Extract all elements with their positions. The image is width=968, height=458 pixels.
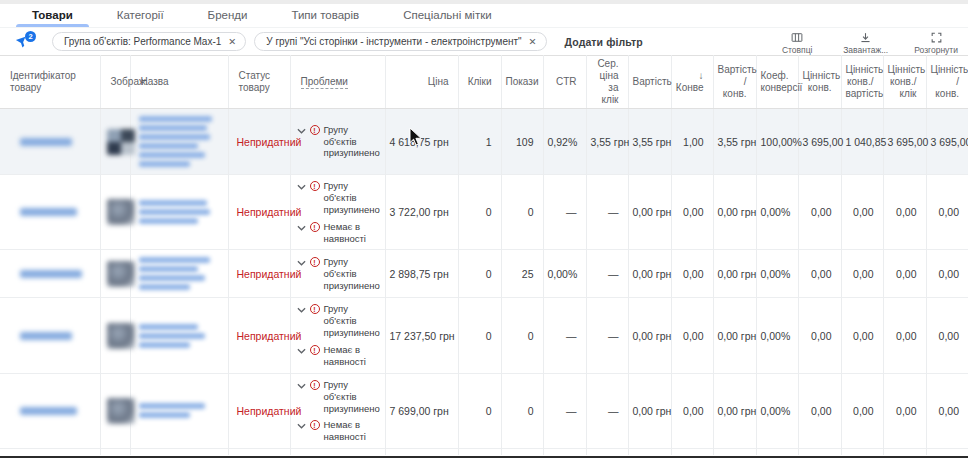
column-header-14[interactable]: Цінність конв. <box>798 56 841 109</box>
column-header-7[interactable]: Покази <box>501 56 543 109</box>
column-header-16[interactable]: Цінність конв./ клік <box>883 56 926 109</box>
chevron-down-icon[interactable] <box>297 379 306 391</box>
tab-brands[interactable]: Бренди <box>186 5 270 27</box>
product-id-link-blurred[interactable] <box>20 332 72 340</box>
product-image-thumbnail[interactable] <box>107 398 135 424</box>
error-icon: ! <box>310 181 320 191</box>
product-id-link-blurred[interactable] <box>20 407 77 415</box>
column-header-2[interactable]: Назва <box>130 56 228 109</box>
filter-chip-listing-group[interactable]: У групі "Усі сторінки - інструменти - ел… <box>254 32 546 51</box>
chevron-down-icon[interactable] <box>297 344 306 356</box>
column-header-6[interactable]: Кліки <box>458 56 501 109</box>
cell-conv-value: 0,00 <box>798 298 841 373</box>
chevron-down-icon[interactable] <box>297 454 306 455</box>
product-status: Непридатний <box>228 109 290 175</box>
cell-price: 7 699,00 грн <box>385 373 458 448</box>
table-header-row: Ідентифікатор товаруЗображ.НазваСтатус т… <box>0 56 968 109</box>
download-button[interactable]: Завантаж... <box>843 31 888 55</box>
column-header-4[interactable]: Проблеми <box>290 56 385 109</box>
chevron-down-icon[interactable] <box>297 124 306 136</box>
product-image-thumbnail[interactable] <box>107 129 135 155</box>
problem-item[interactable]: !Немає в наявності <box>297 419 381 443</box>
product-name-link-blurred[interactable] <box>135 195 224 229</box>
problem-item[interactable]: !Немає в наявності <box>297 344 381 368</box>
cell-conv-value: 0,00 <box>798 175 841 250</box>
chevron-down-icon[interactable] <box>297 180 306 192</box>
cell-avg-cpc: — <box>586 175 628 250</box>
product-name-link-blurred[interactable] <box>135 319 224 353</box>
expand-button[interactable]: Розгорнути <box>914 31 958 55</box>
cell-conv-value-per-click: 0,00 <box>883 449 926 455</box>
chevron-down-icon[interactable] <box>297 256 306 268</box>
product-image-thumbnail[interactable] <box>107 199 135 225</box>
column-header-3[interactable]: Статус товару <box>228 56 290 109</box>
column-header-15[interactable]: Цінність конв./ вартість <box>841 56 883 109</box>
error-icon: ! <box>310 222 320 232</box>
tab-product-types[interactable]: Типи товарів <box>269 5 381 27</box>
product-id-link-blurred[interactable] <box>20 138 72 146</box>
cell-cost: 0,00 грн <box>628 175 671 250</box>
tab-custom-labels[interactable]: Спеціальні мітки <box>381 5 513 27</box>
cell-conv-value-per-click: 0,00 <box>883 175 926 250</box>
chevron-down-icon[interactable] <box>297 221 306 233</box>
cell-conv-value-per-click: 3 695,00 <box>883 109 926 175</box>
problem-item[interactable]: !Групу об'єктів призупинено <box>297 454 381 455</box>
remove-filter-icon[interactable]: ✕ <box>529 37 537 47</box>
cell-ctr: — <box>543 449 586 455</box>
cell-price: 4 618,75 грн <box>385 109 458 175</box>
column-header-11[interactable]: ↓ Конве <box>671 56 713 109</box>
problem-item[interactable]: !Групу об'єктів призупинено <box>297 379 381 415</box>
filter-chip-asset-group[interactable]: Група об'єктів: Performance Max-1 ✕ <box>52 32 246 51</box>
table-toolbar: Стовпці Завантаж... Розгорнути <box>777 29 958 55</box>
product-id-link-blurred[interactable] <box>20 270 82 278</box>
cell-conv-value-per-cost: 0,00 <box>841 250 883 298</box>
add-filter-button[interactable]: Додати фільтр <box>565 36 643 48</box>
product-id-link-blurred[interactable] <box>20 208 77 216</box>
cell-cost-per-conv: 3,55 грн <box>713 109 756 175</box>
products-table-container: Ідентифікатор товаруЗображ.НазваСтатус т… <box>0 55 968 455</box>
column-header-0[interactable]: Ідентифікатор товару <box>0 56 100 109</box>
problem-text: Немає в наявності <box>324 221 381 245</box>
cell-conversions: 0,00 <box>671 175 713 250</box>
problem-item[interactable]: !Групу об'єктів призупинено <box>297 256 381 292</box>
column-header-17[interactable]: Цінність / конв. <box>926 56 968 109</box>
product-name-link-blurred[interactable] <box>135 398 224 423</box>
product-status: Непридатний <box>228 175 290 250</box>
tab-products[interactable]: Товари <box>10 5 95 27</box>
filter-chip-label: Група об'єктів: Performance Max-1 <box>64 36 221 47</box>
columns-button[interactable]: Стовпці <box>777 31 817 55</box>
product-image-thumbnail[interactable] <box>107 261 135 287</box>
cell-conv-value: 3 695,00 <box>798 109 841 175</box>
cell-clicks: 0 <box>458 449 501 455</box>
remove-filter-icon[interactable]: ✕ <box>228 37 236 47</box>
product-name-link-blurred[interactable] <box>135 111 224 172</box>
problem-text: Немає в наявності <box>324 419 381 443</box>
column-header-10[interactable]: Вартість <box>628 56 671 109</box>
column-header-5[interactable]: Ціна <box>385 56 458 109</box>
column-header-1[interactable]: Зображ. <box>100 56 130 109</box>
error-icon: ! <box>310 380 320 390</box>
cell-conv-value: 0,00 <box>798 449 841 455</box>
cell-cost-per-conv: 0,00 грн <box>713 175 756 250</box>
cell-impressions: 25 <box>501 250 543 298</box>
cell-conv-value: 0,00 <box>798 373 841 448</box>
column-header-8[interactable]: CTR <box>543 56 586 109</box>
column-header-13[interactable]: Коеф. конверсії <box>756 56 798 109</box>
problem-item[interactable]: !Групу об'єктів призупинено <box>297 180 381 216</box>
cell-ctr: — <box>543 373 586 448</box>
cell-value-per-conv: 0,00 <box>926 175 968 250</box>
tab-categories[interactable]: Категорії <box>95 5 186 27</box>
product-image-thumbnail[interactable] <box>107 323 135 349</box>
problem-item[interactable]: !Групу об'єктів призупинено <box>297 303 381 339</box>
chevron-down-icon[interactable] <box>297 419 306 431</box>
product-name-link-blurred[interactable] <box>135 252 224 295</box>
chevron-down-icon[interactable] <box>297 303 306 315</box>
filter-icon[interactable]: 2 <box>14 33 36 51</box>
problem-item[interactable]: !Немає в наявності <box>297 221 381 245</box>
cell-conversions: 0,00 <box>671 250 713 298</box>
problem-item[interactable]: !Групу об'єктів призупинено <box>297 124 381 160</box>
column-header-9[interactable]: Сер. ціна за клік <box>586 56 628 109</box>
product-row: Непридатний!Групу об'єктів призупинено2 … <box>0 250 968 298</box>
report-tabs: Товари Категорії Бренди Типи товарів Спе… <box>0 4 968 28</box>
column-header-12[interactable]: Вартість / конв. <box>713 56 756 109</box>
